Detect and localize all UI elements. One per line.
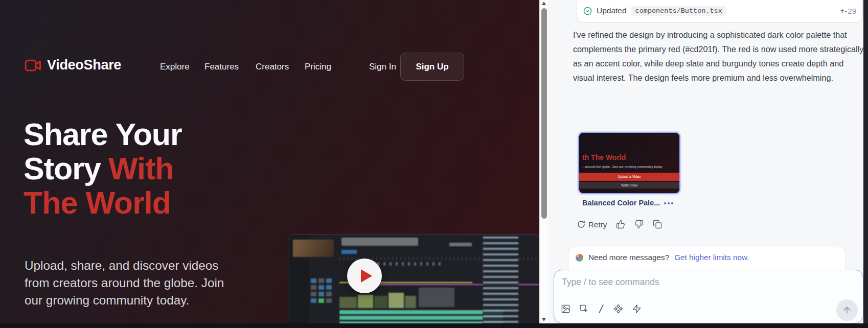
attach-image-button[interactable]	[561, 304, 570, 314]
copy-button[interactable]	[653, 220, 662, 229]
nav-link-features[interactable]: Features	[204, 62, 239, 72]
check-circle-icon	[583, 7, 592, 15]
components-icon	[613, 304, 623, 314]
window-edge	[863, 0, 868, 328]
composer	[554, 270, 863, 323]
message-input[interactable]	[561, 276, 806, 288]
sign-up-button[interactable]: Sign Up	[400, 53, 464, 81]
image-icon	[561, 304, 570, 314]
brand[interactable]: VideoShare	[25, 57, 121, 73]
message-actions: Retry	[577, 220, 662, 229]
chat-panel: Updated components/Button.tsx + - 29 I'v…	[549, 0, 863, 323]
scrollbar-thumb[interactable]	[541, 8, 547, 219]
retry-label: Retry	[588, 220, 607, 229]
limits-link[interactable]: Get higher limits now.	[674, 253, 749, 262]
thumbnail-secondary-button: Watch now	[579, 182, 679, 189]
nav-link-explore[interactable]: Explore	[160, 62, 190, 72]
quick-actions-button[interactable]	[632, 304, 642, 314]
usage-pie-icon	[576, 254, 583, 262]
version-thumbnail[interactable]: th The World ...around the globe. Join o…	[578, 132, 680, 194]
sign-in-link[interactable]: Sign In	[369, 62, 396, 72]
slash-icon	[598, 304, 605, 314]
more-menu-icon[interactable]	[664, 202, 666, 204]
video-editor-detail	[288, 235, 539, 327]
diff-count: 29	[848, 7, 856, 15]
components-button[interactable]	[613, 304, 623, 314]
nav-link-creators[interactable]: Creators	[256, 62, 289, 72]
scrollbar-up-arrow[interactable]	[542, 2, 546, 5]
retry-icon	[577, 220, 585, 228]
thumbnail-heading-fragment: th The World	[582, 153, 626, 161]
diff-stat: + - 29	[840, 7, 856, 15]
hero-paragraph: Upload, share, and discover videos from …	[25, 257, 229, 309]
limits-text: Need more messages?	[588, 253, 669, 262]
nav-link-pricing[interactable]: Pricing	[305, 62, 331, 72]
site-preview: VideoShare Explore Features Creators Pri…	[0, 0, 539, 328]
select-element-button[interactable]	[579, 304, 589, 314]
thumbnail-primary-button: Upload a Video	[579, 173, 679, 181]
scrollbar-down-arrow[interactable]	[542, 318, 546, 321]
hero-line-2-red: With	[108, 151, 174, 186]
version-title: Balanced Color Pale...	[582, 199, 660, 207]
video-camera-icon	[25, 59, 42, 72]
thumbs-down-button[interactable]	[634, 220, 644, 229]
thumbs-down-icon	[634, 220, 644, 229]
video-editor-image	[288, 234, 539, 328]
window-bottom-edge	[0, 323, 868, 328]
update-status-label: Updated	[597, 6, 627, 15]
hero-line-3: The World	[24, 185, 171, 220]
lightning-icon	[632, 304, 642, 314]
play-icon	[361, 269, 372, 283]
editor-tool-grid	[310, 277, 337, 318]
play-button[interactable]	[347, 259, 382, 293]
brand-name: VideoShare	[47, 57, 121, 73]
editor-effects-list	[483, 237, 518, 327]
file-update-card[interactable]: Updated components/Button.tsx + - 29	[577, 0, 863, 22]
updated-file-chip: components/Button.tsx	[631, 6, 726, 16]
composer-toolbar	[561, 304, 642, 314]
thumbnail-body-fragment: ...around the globe. Join our growing co…	[582, 165, 676, 169]
thumbs-up-button[interactable]	[616, 220, 625, 229]
slash-command-button[interactable]	[598, 304, 605, 314]
hero-title: Share Your StoryWith The World	[24, 118, 182, 220]
copy-icon	[653, 220, 662, 229]
diff-plus: +	[840, 7, 844, 15]
thumbs-up-icon	[616, 220, 625, 229]
preview-scrollbar[interactable]	[539, 0, 548, 323]
app-window: VideoShare Explore Features Creators Pri…	[0, 0, 868, 328]
hero-line-1: Share Your	[24, 117, 182, 152]
hero-line-2-white: Story	[24, 151, 101, 186]
diff-minus: -	[845, 7, 848, 15]
select-cursor-icon	[579, 304, 589, 314]
arrow-up-icon	[842, 305, 852, 315]
assistant-message: I've refined the design by introducing a…	[573, 28, 863, 85]
editor-preview-thumb	[293, 240, 334, 257]
send-button[interactable]	[836, 299, 858, 321]
retry-button[interactable]: Retry	[577, 220, 607, 229]
